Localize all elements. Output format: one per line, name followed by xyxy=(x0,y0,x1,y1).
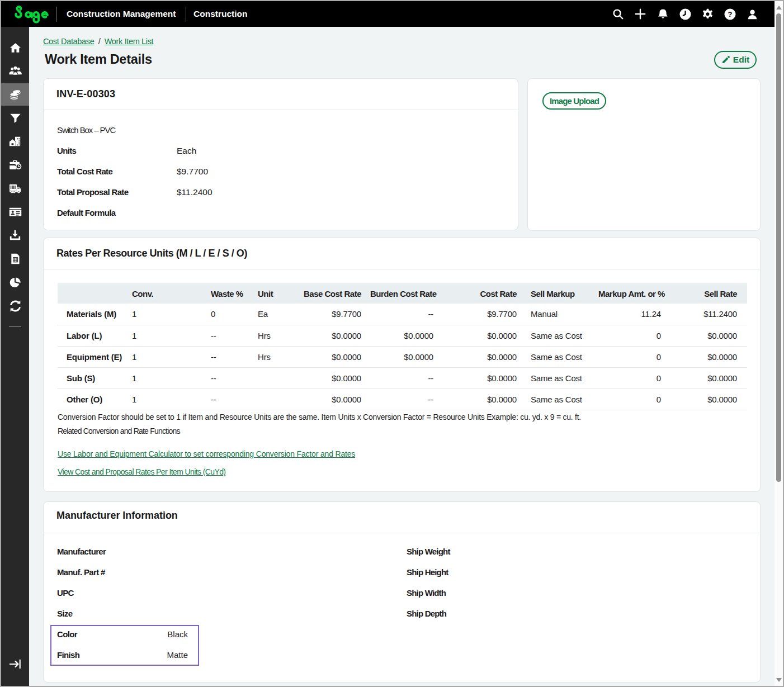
svg-text:?: ? xyxy=(728,10,732,18)
